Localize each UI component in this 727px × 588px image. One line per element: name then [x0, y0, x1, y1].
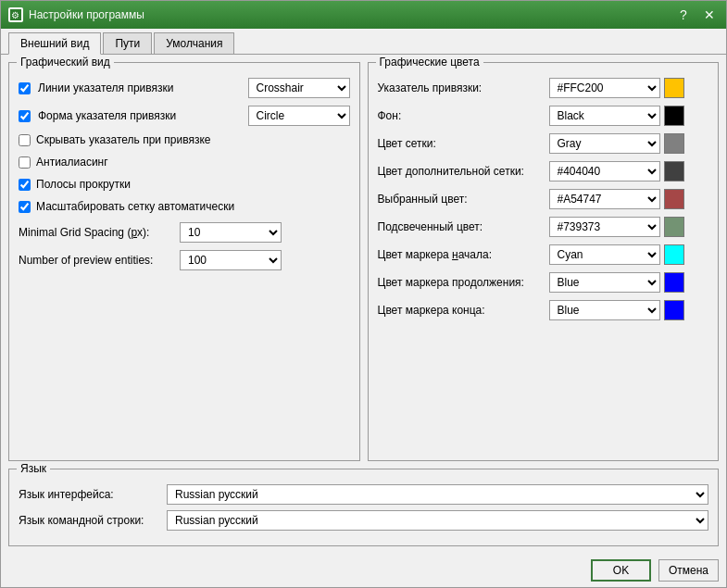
end-marker-color-select[interactable]: Blue: [549, 300, 660, 320]
hide-cursor-row: Скрывать указатель при привязке: [19, 133, 350, 146]
graphic-colors-panel: Графические цвета Указатель привязки: #F…: [368, 62, 720, 461]
snap-shape-checkbox[interactable]: [19, 110, 31, 122]
interface-lang-row: Язык интерфейса: Russian русский: [19, 484, 708, 505]
auto-scale-checkbox[interactable]: [19, 201, 31, 213]
start-marker-color-label: Цвет маркера начала:: [378, 248, 549, 261]
auto-scale-text: Масштабировать сетку автоматически: [36, 200, 234, 213]
snap-color-row: Указатель привязки: #FFC200: [378, 78, 709, 98]
preview-entities-row: Number of preview entities: 100: [19, 250, 350, 270]
snap-color-select[interactable]: #FFC200: [549, 78, 660, 98]
titlebar: ⚙ Настройки программы ? ✕: [1, 1, 726, 29]
bg-color-label: Фон:: [378, 109, 549, 122]
titlebar-controls: ? ✕: [674, 7, 719, 22]
antialiasing-checkbox[interactable]: [19, 156, 31, 169]
start-marker-color-swatch[interactable]: [664, 244, 684, 265]
graphic-view-title: Графический вид: [17, 56, 114, 69]
snap-lines-checkbox[interactable]: [19, 82, 31, 94]
snap-lines-label: Линии указателя привязки: [19, 81, 248, 94]
tab-bar: Внешний вид Пути Умолчания: [1, 29, 726, 55]
svg-text:⚙: ⚙: [11, 10, 19, 20]
highlighted-color-label: Подсвеченный цвет:: [378, 220, 549, 233]
main-window: ⚙ Настройки программы ? ✕ Внешний вид Пу…: [0, 0, 727, 588]
snap-lines-select-wrap: Crosshair: [248, 78, 350, 98]
min-grid-row: Minimal Grid Spacing (px): 10: [19, 222, 350, 243]
preview-entities-select[interactable]: 100: [180, 250, 282, 270]
highlighted-color-row: Подсвеченный цвет: #739373: [378, 217, 709, 237]
panels-row: Графический вид Линии указателя привязки…: [8, 62, 719, 461]
end-marker-color-swatch[interactable]: [664, 300, 684, 320]
tab-defaults[interactable]: Умолчания: [154, 32, 234, 54]
snap-color-label: Указатель привязки:: [378, 81, 549, 94]
cont-marker-color-row: Цвет маркера продолжения: Blue: [378, 272, 709, 293]
antialiasing-text: Антиалиасинг: [36, 156, 108, 169]
snap-color-swatch[interactable]: [664, 78, 684, 98]
snap-shape-select[interactable]: Circle: [248, 106, 350, 126]
min-grid-select[interactable]: 10: [180, 222, 282, 243]
bg-color-swatch[interactable]: [664, 106, 684, 126]
scrollbars-row: Полосы прокрутки: [19, 178, 350, 191]
close-button[interactable]: ✕: [700, 7, 719, 22]
bg-color-select[interactable]: Black: [549, 106, 660, 126]
snap-lines-select[interactable]: Crosshair: [248, 78, 350, 98]
graphic-colors-title: Графические цвета: [376, 56, 483, 69]
help-button[interactable]: ?: [674, 7, 693, 22]
hide-cursor-text: Скрывать указатель при привязке: [36, 133, 211, 146]
selected-color-select[interactable]: #A54747: [549, 189, 660, 209]
snap-shape-label: Форма указателя привязки: [19, 109, 248, 122]
titlebar-left: ⚙ Настройки программы: [8, 7, 144, 22]
selected-color-row: Выбранный цвет: #A54747: [378, 189, 709, 209]
cmdline-lang-select[interactable]: Russian русский: [167, 510, 708, 531]
grid-color-row: Цвет сетки: Gray: [378, 133, 709, 154]
start-marker-color-select[interactable]: Cyan: [549, 244, 660, 265]
snap-shape-select-wrap: Circle: [248, 106, 350, 126]
interface-lang-label: Язык интерфейса:: [19, 488, 167, 501]
extra-grid-color-select[interactable]: #404040: [549, 161, 660, 181]
grid-color-swatch[interactable]: [664, 133, 684, 154]
main-content: Графический вид Линии указателя привязки…: [1, 55, 726, 554]
footer: OK Отмена: [1, 554, 726, 587]
grid-color-select[interactable]: Gray: [549, 133, 660, 154]
bg-color-row: Фон: Black: [378, 106, 709, 126]
antialiasing-row: Антиалиасинг: [19, 156, 350, 169]
ok-button[interactable]: OK: [591, 559, 651, 582]
cmdline-lang-row: Язык командной строки: Russian русский: [19, 510, 708, 531]
start-marker-color-row: Цвет маркера начала: Cyan: [378, 244, 709, 265]
cont-marker-color-swatch[interactable]: [664, 272, 684, 293]
preview-entities-label: Number of preview entities:: [19, 254, 176, 267]
highlighted-color-swatch[interactable]: [664, 217, 684, 237]
tab-paths[interactable]: Пути: [103, 32, 152, 54]
language-panel-title: Язык: [17, 462, 50, 475]
cancel-button[interactable]: Отмена: [658, 559, 719, 582]
interface-lang-select[interactable]: Russian русский: [167, 484, 708, 505]
hide-cursor-checkbox[interactable]: [19, 134, 31, 146]
selected-color-label: Выбранный цвет:: [378, 193, 549, 206]
end-marker-color-label: Цвет маркера конца:: [378, 304, 549, 317]
extra-grid-color-row: Цвет дополнительной сетки: #404040: [378, 161, 709, 181]
scrollbars-text: Полосы прокрутки: [36, 178, 131, 191]
scrollbars-checkbox[interactable]: [19, 179, 31, 191]
snap-shape-text: Форма указателя привязки: [38, 109, 176, 122]
selected-color-swatch[interactable]: [664, 189, 684, 209]
snap-lines-row: Линии указателя привязки Crosshair: [19, 78, 350, 98]
tab-appearance[interactable]: Внешний вид: [8, 32, 101, 55]
auto-scale-row: Масштабировать сетку автоматически: [19, 200, 350, 213]
end-marker-color-row: Цвет маркера конца: Blue: [378, 300, 709, 320]
min-grid-label: Minimal Grid Spacing (px):: [19, 226, 176, 239]
app-icon: ⚙: [8, 7, 23, 22]
extra-grid-color-label: Цвет дополнительной сетки:: [378, 165, 549, 178]
language-panel: Язык Язык интерфейса: Russian русский Яз…: [8, 469, 719, 546]
snap-lines-text: Линии указателя привязки: [38, 81, 173, 94]
grid-color-label: Цвет сетки:: [378, 137, 549, 150]
snap-shape-row: Форма указателя привязки Circle: [19, 106, 350, 126]
extra-grid-color-swatch[interactable]: [664, 161, 684, 181]
cont-marker-color-select[interactable]: Blue: [549, 272, 660, 293]
graphic-view-panel: Графический вид Линии указателя привязки…: [8, 62, 360, 461]
window-title: Настройки программы: [29, 8, 144, 21]
highlighted-color-select[interactable]: #739373: [549, 217, 660, 237]
cont-marker-color-label: Цвет маркера продолжения:: [378, 276, 549, 289]
cmdline-lang-label: Язык командной строки:: [19, 514, 167, 527]
